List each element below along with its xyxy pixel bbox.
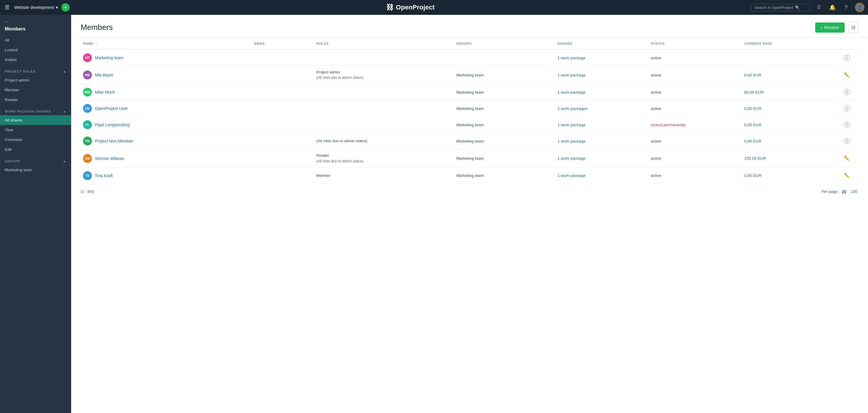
- email-cell: [252, 133, 314, 149]
- avatar[interactable]: 👤: [855, 3, 864, 12]
- per-page-label: Per page:: [822, 189, 838, 194]
- edit-icon[interactable]: ✏️: [844, 156, 850, 161]
- notification-icon[interactable]: 🔔: [828, 3, 837, 12]
- menu-icon[interactable]: ☰: [4, 3, 11, 12]
- roles-cell: (All roles due to admin status): [314, 133, 454, 149]
- rate-value[interactable]: 0.00 EUR: [744, 123, 762, 127]
- sidebar-item-edit[interactable]: Edit: [0, 145, 71, 154]
- collapse-icon[interactable]: ▲: [63, 69, 66, 73]
- rate-value[interactable]: 150.00 EUR: [744, 156, 766, 161]
- info-icon[interactable]: i: [844, 55, 850, 61]
- member-name[interactable]: MT Marketing team: [83, 53, 249, 62]
- groups-cell: Marketing team: [454, 84, 555, 100]
- help-icon[interactable]: ?: [841, 3, 851, 12]
- info-icon[interactable]: i: [844, 105, 850, 112]
- sidebar-item-label: Member: [5, 88, 20, 92]
- section-label: WORK PACKAGE SHARES: [5, 109, 51, 113]
- shared-cell: 1 work package: [555, 133, 649, 149]
- section-label: GROUPS: [5, 159, 20, 163]
- action-cell: i: [835, 100, 859, 117]
- member-name[interactable]: PL Pippi Longstocking: [83, 120, 249, 129]
- col-label: CURRENT RATE: [744, 42, 772, 45]
- add-member-button[interactable]: + Member: [815, 23, 844, 33]
- edit-icon[interactable]: ✏️: [844, 173, 850, 178]
- sidebar-item-all[interactable]: All: [0, 35, 71, 45]
- sidebar-item-label: View: [5, 128, 13, 132]
- avatar: MM: [83, 88, 92, 97]
- shared-link[interactable]: 1 work package: [558, 123, 586, 127]
- sidebar-item-all-shares[interactable]: All shares: [0, 115, 71, 125]
- sidebar-item-locked[interactable]: Locked: [0, 45, 71, 55]
- status-cell: active: [648, 84, 742, 100]
- collapse-icon[interactable]: ▲: [63, 159, 66, 163]
- member-name[interactable]: OU OpenProject User: [83, 104, 249, 113]
- shared-link[interactable]: 1 work package: [558, 156, 586, 161]
- shared-link[interactable]: 1 work package: [558, 139, 586, 144]
- name-text: Mike Moch: [95, 90, 115, 95]
- role-text: Reader(All roles due to admin status): [316, 153, 452, 163]
- rate-value[interactable]: 0.00 EUR: [744, 173, 762, 178]
- roles-cell: Reader(All roles due to admin status): [314, 149, 454, 167]
- per-page-controls: Per page: 20 100: [822, 189, 859, 194]
- sidebar-item-invited[interactable]: Invited: [0, 55, 71, 65]
- filter-icon: ⊟: [851, 25, 855, 30]
- avatar: PN: [83, 136, 92, 146]
- sort-icon: ↑: [95, 41, 97, 45]
- shared-link[interactable]: 1 work package: [558, 73, 586, 77]
- app-logo: ⛓ OpenProject: [73, 3, 748, 11]
- sidebar-item-project-admin[interactable]: Project admin: [0, 75, 71, 85]
- rate-value[interactable]: 80.00 EUR: [744, 90, 764, 95]
- member-name[interactable]: MB Mia Bayer: [83, 70, 249, 80]
- email-cell: [252, 84, 314, 100]
- email-cell: [252, 50, 314, 66]
- rate-value[interactable]: 0.00 EUR: [744, 73, 762, 77]
- role-text: Member: [316, 173, 452, 178]
- sidebar-item-marketing-team[interactable]: Marketing team: [0, 165, 71, 175]
- add-button[interactable]: +: [61, 3, 70, 11]
- groups-cell: [454, 50, 555, 66]
- shared-cell: 1 work package: [555, 117, 649, 133]
- filter-button[interactable]: ⊟: [848, 22, 859, 33]
- per-page-20[interactable]: 20: [841, 189, 847, 194]
- section-project-roles: PROJECT ROLES ▲: [0, 65, 71, 75]
- table-body: MT Marketing team 1 work packageactivei …: [81, 50, 859, 184]
- search-icon: 🔍: [795, 5, 800, 10]
- search-bar[interactable]: Search in OpenProject 🔍: [751, 4, 810, 11]
- col-name[interactable]: NAME ↑: [81, 38, 252, 50]
- email-cell: [252, 167, 314, 184]
- member-name[interactable]: MM Mike Moch: [83, 88, 249, 97]
- member-name[interactable]: PN Project Non-Member: [83, 136, 249, 146]
- col-roles: ROLES: [314, 38, 454, 50]
- info-icon[interactable]: i: [844, 122, 850, 128]
- col-groups: GROUPS: [454, 38, 555, 50]
- sidebar-item-reader[interactable]: Reader: [0, 95, 71, 104]
- groups-cell: Marketing team: [454, 117, 555, 133]
- sidebar-back[interactable]: ←: [0, 15, 71, 26]
- per-page-100[interactable]: 100: [849, 189, 859, 194]
- info-icon[interactable]: i: [844, 138, 850, 144]
- shared-cell: 1 work package: [555, 50, 649, 66]
- sidebar-item-member[interactable]: Member: [0, 85, 71, 95]
- member-name[interactable]: SW Simone Wibeau: [83, 154, 249, 163]
- sidebar-item-view[interactable]: View: [0, 125, 71, 135]
- avatar: TK: [83, 171, 92, 180]
- shared-link[interactable]: 2 work packages: [558, 106, 588, 111]
- topnav: ☰ Website development ▾ + ⛓ OpenProject …: [0, 0, 868, 15]
- sidebar-item-label: Locked: [5, 48, 18, 52]
- rate-cell: 80.00 EUR: [742, 84, 835, 100]
- member-name[interactable]: TK Tina Kraft: [83, 171, 249, 180]
- rate-value[interactable]: 0.00 EUR: [744, 139, 762, 144]
- collapse-icon[interactable]: ▲: [63, 109, 66, 114]
- shared-link[interactable]: 1 work package: [558, 90, 586, 95]
- grid-icon[interactable]: ⠿: [814, 3, 824, 12]
- shared-link[interactable]: 1 work package: [558, 56, 586, 60]
- action-cell: ✏️: [835, 149, 859, 167]
- header-actions: + Member ⊟: [815, 22, 859, 33]
- sidebar-item-comment[interactable]: Comment: [0, 135, 71, 145]
- project-selector[interactable]: Website development ▾: [14, 5, 58, 10]
- rate-value[interactable]: 0.00 EUR: [744, 106, 762, 111]
- shared-link[interactable]: 1 work package: [558, 173, 586, 178]
- info-icon[interactable]: i: [844, 89, 850, 95]
- status-badge: active: [651, 139, 661, 144]
- edit-icon[interactable]: ✏️: [844, 72, 850, 77]
